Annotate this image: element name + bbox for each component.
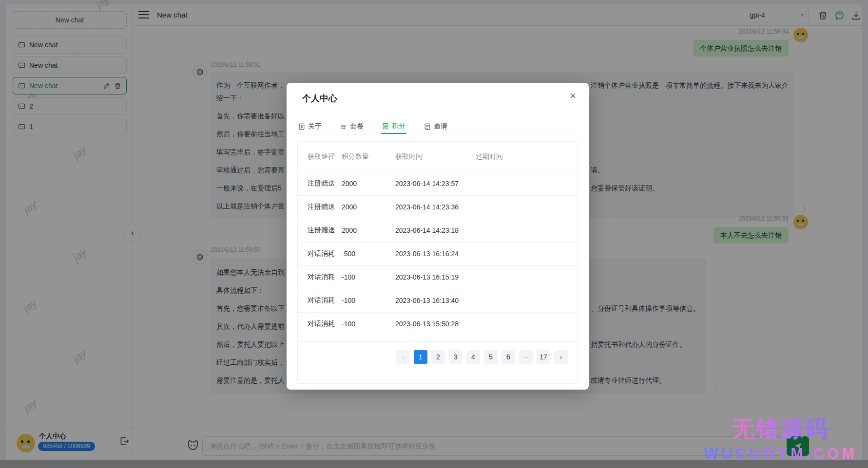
pagination-prev-button[interactable]: ‹ (396, 350, 410, 364)
table-row: 注册赠送 2000 2023-06-14 14:23:18 (298, 219, 578, 242)
table-row: 对话消耗 -500 2023-06-13 16:16:24 (298, 242, 578, 265)
modal-tabs: 关于 套餐 积分 邀请 (297, 113, 578, 134)
points-doc-icon (382, 123, 389, 130)
tab-label: 关于 (308, 122, 322, 131)
cell-expire-time (476, 242, 578, 265)
cell-amount: -100 (342, 289, 395, 312)
profile-center-modal: 个人中心 × 关于 套餐 积分 邀请 (287, 83, 589, 390)
cell-source: 对话消耗 (298, 312, 342, 336)
table-row: 注册赠送 2000 2023-06-14 14:23:57 (298, 172, 578, 195)
column-header: 获取途径 (298, 142, 342, 172)
table-row: 注册赠送 2000 2023-06-14 14:23:36 (298, 195, 578, 219)
cell-expire-time (476, 312, 578, 336)
column-header: 积分数量 (342, 142, 395, 172)
tab-label: 套餐 (350, 122, 364, 131)
sliders-icon (340, 123, 347, 130)
tab-about[interactable]: 关于 (297, 113, 323, 134)
pagination-page-button[interactable]: 2 (431, 350, 445, 364)
cell-amount: 2000 (342, 219, 395, 242)
cell-amount: -100 (342, 265, 395, 289)
cell-source: 注册赠送 (298, 219, 342, 242)
pagination-page-button[interactable]: 5 (484, 350, 498, 364)
cell-acquired-time: 2023-06-14 14:23:57 (395, 172, 476, 195)
cell-source: 对话消耗 (298, 289, 342, 312)
pagination-next-button[interactable]: › (554, 350, 568, 364)
points-table: 获取途径 积分数量 获取时间 过期时间 注册赠送 2000 2023-06-14… (298, 142, 578, 336)
cell-expire-time (476, 289, 578, 312)
cell-acquired-time: 2023-06-14 14:23:36 (395, 195, 476, 219)
cell-amount: -100 (342, 312, 395, 336)
tab-label: 邀请 (434, 122, 447, 131)
cell-expire-time (476, 219, 578, 242)
pagination-page-button[interactable]: 4 (466, 350, 480, 364)
cell-acquired-time: 2023-06-13 16:13:40 (395, 289, 476, 312)
pagination-page-button[interactable]: 17 (537, 350, 550, 364)
cell-acquired-time: 2023-06-14 14:23:18 (395, 219, 476, 242)
pagination-ellipsis[interactable]: ⋯ (519, 350, 533, 364)
cell-expire-time (476, 172, 578, 195)
pagination: ‹ 1 2 3 4 5 6 ⋯ 17 › (396, 350, 568, 364)
cell-amount: 2000 (342, 172, 395, 195)
table-row: 对话消耗 -100 2023-06-13 16:13:40 (298, 289, 578, 312)
cell-expire-time (476, 265, 578, 289)
table-bottom-line (298, 341, 578, 342)
tab-invite[interactable]: 邀请 (423, 113, 448, 134)
table-row: 对话消耗 -100 2023-06-13 16:15:19 (298, 265, 578, 289)
tab-label: 积分 (392, 122, 405, 131)
profile-doc-icon (298, 123, 305, 130)
tab-points[interactable]: 积分 (381, 113, 406, 134)
app-window: jay jay jay jay jay jay jay jay jay New … (0, 0, 868, 468)
cell-amount: -500 (342, 242, 395, 265)
cell-acquired-time: 2023-06-13 16:16:24 (395, 242, 476, 265)
pagination-page-button[interactable]: 6 (502, 350, 515, 364)
cell-amount: 2000 (342, 195, 395, 219)
close-icon[interactable]: × (570, 91, 576, 101)
tab-plans[interactable]: 套餐 (339, 113, 365, 134)
cell-source: 注册赠送 (298, 195, 342, 219)
points-table-card: 获取途径 积分数量 获取时间 过期时间 注册赠送 2000 2023-06-14… (297, 141, 578, 384)
cell-source: 注册赠送 (298, 172, 342, 195)
pagination-page-button[interactable]: 3 (449, 350, 463, 364)
column-header: 获取时间 (395, 142, 476, 172)
column-header: 过期时间 (476, 142, 578, 172)
modal-title: 个人中心 (302, 93, 337, 104)
cell-acquired-time: 2023-06-13 16:15:19 (395, 265, 476, 289)
pagination-page-button[interactable]: 1 (414, 350, 427, 364)
table-row: 对话消耗 -100 2023-06-13 15:50:28 (298, 312, 578, 336)
cell-source: 对话消耗 (298, 265, 342, 289)
cell-expire-time (476, 195, 578, 219)
cell-acquired-time: 2023-06-13 15:50:28 (395, 312, 476, 336)
invite-doc-icon (424, 123, 431, 130)
cell-source: 对话消耗 (298, 242, 342, 265)
